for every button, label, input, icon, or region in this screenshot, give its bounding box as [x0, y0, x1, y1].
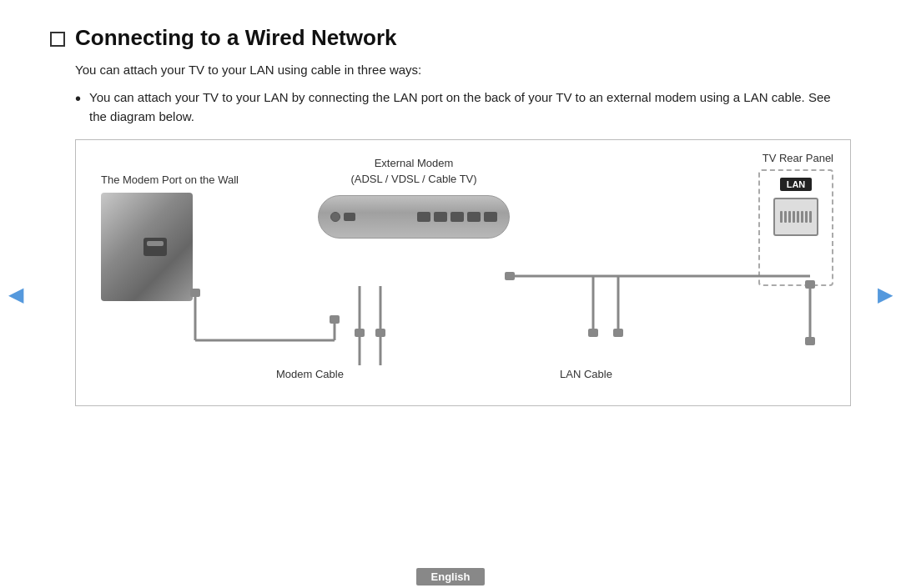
svg-rect-15: [505, 272, 515, 280]
tv-port-graphic: [773, 198, 818, 236]
modem-eth-port-2: [434, 212, 447, 222]
tv-label: TV Rear Panel: [758, 152, 833, 164]
page-title: Connecting to a Wired Network: [50, 25, 851, 51]
modem-circle-port-1: [330, 212, 340, 222]
title-text: Connecting to a Wired Network: [75, 25, 396, 51]
modem-label-top: External Modem: [318, 157, 510, 169]
diagram-box: The Modem Port on the Wall External Mode…: [75, 139, 851, 406]
modem-port-left-group: [330, 212, 355, 222]
modem-eth-port-4: [467, 212, 481, 222]
language-badge: English: [416, 568, 486, 585]
tv-pin-3: [788, 211, 791, 223]
modem-cable-label: Modem Cable: [276, 368, 344, 380]
modem-eth-port-3: [450, 212, 464, 222]
tv-pin-2: [784, 211, 787, 223]
bullet-item: • You can attach your TV to your LAN by …: [75, 88, 851, 126]
wall-port: [143, 238, 167, 256]
svg-rect-17: [588, 329, 598, 337]
modem-body: [318, 195, 510, 239]
title-checkbox: [50, 32, 65, 47]
modem-rect-port: [344, 213, 355, 221]
svg-rect-13: [805, 337, 815, 345]
modem-eth-port-5: [484, 212, 497, 222]
tv-section: TV Rear Panel LAN: [758, 152, 833, 286]
tv-pin-6: [801, 211, 803, 223]
bullet-text: You can attach your TV to your LAN by co…: [89, 88, 851, 126]
svg-rect-4: [330, 315, 340, 324]
tv-port-pins: [780, 211, 812, 223]
lan-cable-label: LAN Cable: [560, 368, 612, 380]
intro-text: You can attach your TV to your LAN using…: [75, 63, 851, 77]
wall-section: The Modem Port on the Wall: [101, 173, 239, 301]
tv-pin-8: [809, 211, 812, 223]
svg-rect-20: [613, 329, 623, 337]
svg-rect-6: [355, 329, 365, 337]
tv-pin-1: [780, 211, 783, 223]
tv-pin-4: [793, 211, 795, 223]
wall-image: [101, 193, 193, 301]
wall-label: The Modem Port on the Wall: [101, 173, 239, 186]
svg-rect-8: [375, 329, 385, 337]
lan-badge: LAN: [780, 178, 813, 191]
bullet-dot: •: [75, 88, 81, 126]
modem-ports-right: [417, 212, 497, 222]
main-content: Connecting to a Wired Network You can at…: [0, 0, 901, 423]
nav-arrow-left[interactable]: ◀: [8, 283, 23, 306]
tv-pin-7: [805, 211, 808, 223]
tv-panel: LAN: [758, 169, 833, 286]
modem-eth-port-1: [417, 212, 430, 222]
tv-pin-5: [797, 211, 799, 223]
nav-arrow-right[interactable]: ▶: [878, 283, 893, 306]
modem-section: External Modem (ADSL / VDSL / Cable TV): [318, 157, 510, 239]
modem-label-sub: (ADSL / VDSL / Cable TV): [318, 173, 510, 185]
footer: English: [0, 565, 901, 588]
